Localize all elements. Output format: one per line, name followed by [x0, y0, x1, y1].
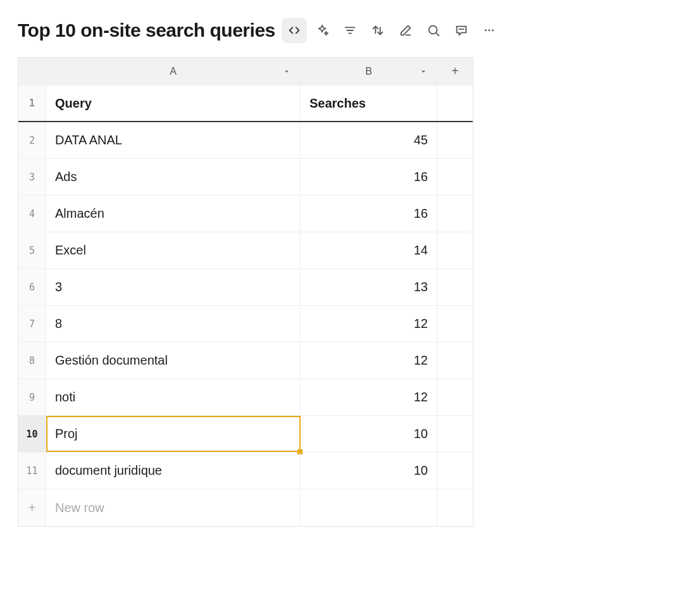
code-icon	[287, 23, 301, 37]
table-row: 11 document juridique 10	[18, 453, 473, 489]
row-number[interactable]: 11	[18, 453, 46, 489]
page-title: Top 10 on-site search queries	[18, 20, 275, 41]
cell-query-selected[interactable]: Proj	[46, 416, 301, 452]
cell-query[interactable]: document juridique	[46, 453, 301, 489]
table-row: 9 noti 12	[18, 379, 473, 416]
header: Top 10 on-site search queries	[18, 18, 682, 43]
header-cell-searches[interactable]: Searches	[301, 85, 437, 121]
svg-line-4	[436, 33, 439, 35]
row-number[interactable]: 10	[18, 416, 46, 452]
row-number[interactable]: 6	[18, 269, 46, 305]
table-row: 4 Almacén 16	[18, 196, 473, 232]
search-icon	[427, 23, 441, 37]
more-icon	[482, 23, 496, 37]
column-header-B[interactable]: B	[301, 58, 437, 85]
edit-button[interactable]	[393, 18, 418, 43]
cell-query[interactable]: Gestión documental	[46, 342, 301, 379]
column-header-row: A B +	[18, 58, 473, 85]
table-row: 8 Gestión documental 12	[18, 342, 473, 379]
cell-searches[interactable]: 12	[301, 306, 437, 342]
chevron-down-icon[interactable]	[419, 67, 428, 76]
add-row-button[interactable]: +	[18, 489, 46, 526]
sort-button[interactable]	[365, 18, 391, 43]
svg-point-6	[485, 30, 487, 32]
toolbar	[282, 18, 502, 43]
row-number[interactable]: 5	[18, 232, 46, 268]
chevron-down-icon[interactable]	[282, 67, 291, 76]
corner-cell[interactable]	[18, 58, 46, 85]
add-column-button[interactable]: +	[437, 58, 473, 85]
table-row: 2 DATA ANAL 45	[18, 122, 473, 159]
comment-button[interactable]	[449, 18, 474, 43]
row-number[interactable]: 7	[18, 306, 46, 342]
cell-searches[interactable]: 10	[301, 453, 437, 489]
cell-query[interactable]: DATA ANAL	[46, 122, 301, 158]
new-row[interactable]: + New row	[18, 489, 473, 526]
table-header-row: 1 Query Searches	[18, 85, 473, 122]
cell-searches[interactable]: 12	[301, 379, 437, 415]
table-row: 6 3 13	[18, 269, 473, 306]
svg-point-8	[492, 30, 494, 32]
cell-searches[interactable]: 45	[301, 122, 437, 158]
cell-searches[interactable]: 16	[301, 196, 437, 232]
cell-query[interactable]: noti	[46, 379, 301, 415]
code-toggle-button[interactable]	[282, 18, 307, 43]
cell-searches[interactable]: 14	[301, 232, 437, 268]
header-cell-query[interactable]: Query	[46, 85, 301, 121]
table-row: 5 Excel 14	[18, 232, 473, 269]
spreadsheet: A B + 1 Query Searches 2 DATA ANAL 45 3 …	[18, 57, 473, 527]
row-number[interactable]: 4	[18, 196, 46, 232]
more-button[interactable]	[477, 18, 502, 43]
filter-button[interactable]	[337, 18, 363, 43]
cell-query[interactable]: Ads	[46, 159, 301, 195]
column-letter: A	[170, 66, 177, 77]
row-number[interactable]: 8	[18, 342, 46, 379]
cell-query[interactable]: 8	[46, 306, 301, 342]
cell-searches[interactable]: 12	[301, 342, 437, 379]
cell-searches[interactable]: 13	[301, 269, 437, 305]
cell-searches[interactable]: 10	[301, 416, 437, 452]
edit-icon	[399, 23, 413, 37]
cell-query[interactable]: Excel	[46, 232, 301, 268]
table-row: 7 8 12	[18, 306, 473, 342]
row-number[interactable]: 2	[18, 122, 46, 158]
cell-query[interactable]: 3	[46, 269, 301, 305]
filter-icon	[343, 23, 357, 37]
cell-searches[interactable]: 16	[301, 159, 437, 195]
cell-query[interactable]: Almacén	[46, 196, 301, 232]
row-number[interactable]: 3	[18, 159, 46, 195]
sort-icon	[371, 23, 385, 37]
table-row: 3 Ads 16	[18, 159, 473, 196]
table-row: 10 Proj 10	[18, 416, 473, 453]
ai-sparkle-button[interactable]	[309, 18, 335, 43]
search-button[interactable]	[421, 18, 446, 43]
row-number[interactable]: 9	[18, 379, 46, 415]
sparkle-icon	[315, 23, 329, 37]
column-letter: B	[365, 66, 372, 77]
new-row-label[interactable]: New row	[46, 489, 301, 526]
svg-point-7	[488, 30, 490, 32]
comment-icon	[454, 23, 468, 37]
row-number[interactable]: 1	[18, 85, 46, 121]
column-header-A[interactable]: A	[46, 58, 301, 85]
